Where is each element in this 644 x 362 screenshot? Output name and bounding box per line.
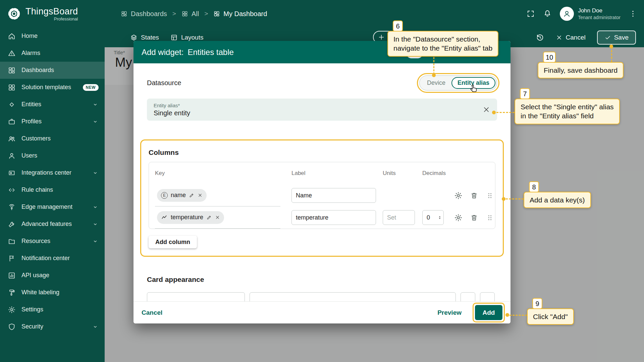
- edit-key-icon[interactable]: [206, 215, 212, 220]
- chevron-down-icon: [92, 238, 99, 245]
- key-chip-temperature[interactable]: temperature: [157, 211, 224, 224]
- sidebar-item-label: Integrations center: [21, 169, 87, 176]
- remove-key-icon[interactable]: [198, 193, 203, 198]
- stepper-arrows-icon[interactable]: [437, 215, 442, 220]
- columns-table: KeyLabelUnitsDecimals Enametemperature: [149, 162, 495, 229]
- column-header-label: Label: [286, 170, 378, 177]
- save-dashboard-label: Save: [614, 34, 629, 41]
- sidebar-item-label: White labeling: [21, 289, 99, 296]
- columns-table-header: KeyLabelUnitsDecimals: [149, 162, 495, 184]
- key-cell: Ename: [155, 184, 280, 206]
- columns-section: Columns KeyLabelUnitsDecimals Enametempe…: [140, 139, 504, 257]
- alarms-icon: [7, 49, 16, 58]
- more-options-icon[interactable]: [629, 9, 637, 18]
- brand-logo[interactable]: ThingsBoard Professional: [0, 0, 105, 27]
- units-input[interactable]: [383, 210, 415, 225]
- close-icon: [556, 34, 562, 41]
- sidebar-item-edge-management[interactable]: Edge management: [0, 198, 105, 216]
- clear-alias-icon[interactable]: [482, 106, 490, 114]
- label-input[interactable]: [291, 188, 376, 203]
- sidebar-item-advanced-features[interactable]: Advanced features: [0, 216, 105, 233]
- cancel-edit-label: Cancel: [566, 34, 586, 41]
- dialog-add-button[interactable]: Add: [475, 305, 502, 320]
- sidebar-item-white-labeling[interactable]: White labeling: [0, 284, 105, 301]
- edge-management-icon: [7, 203, 16, 212]
- callout-text: Finally, save dashboard: [544, 66, 618, 75]
- notifications-bell-icon[interactable]: [543, 9, 552, 18]
- sidebar-item-users[interactable]: Users: [0, 147, 105, 164]
- label-input[interactable]: [291, 210, 376, 225]
- callout-number-7: 7: [520, 88, 530, 99]
- white-labeling-icon: [7, 288, 16, 297]
- layouts-button[interactable]: Layouts: [170, 34, 204, 41]
- breadcrumb-item[interactable]: Dashboards: [121, 10, 167, 18]
- sidebar-item-notification-center[interactable]: Notification center: [0, 250, 105, 267]
- states-icon: [130, 34, 138, 41]
- key-chip-name[interactable]: Ename: [157, 189, 207, 202]
- preview-button[interactable]: Preview: [437, 309, 462, 316]
- sidebar-item-rule-chains[interactable]: Rule chains: [0, 181, 105, 198]
- add-widget-dialog: Add widget: Entities table Datasource De…: [133, 41, 511, 323]
- breadcrumb: Dashboards>All>My Dashboard: [121, 10, 267, 18]
- dialog-cancel-button[interactable]: Cancel: [142, 309, 162, 316]
- breadcrumb-item[interactable]: My Dashboard: [213, 10, 267, 18]
- column-row-name: Ename: [149, 184, 495, 206]
- history-undo-icon[interactable]: [536, 33, 544, 42]
- chevron-down-icon: [92, 204, 99, 210]
- api-usage-icon: [7, 271, 16, 280]
- edit-key-icon[interactable]: [189, 192, 195, 198]
- callout-connector-9: [509, 315, 527, 316]
- chevron-down-icon: [92, 170, 99, 176]
- callout-text: Add a data key(s): [530, 195, 585, 204]
- cancel-edit-button[interactable]: Cancel: [556, 34, 586, 41]
- user-role: Tenant administrator: [578, 15, 621, 20]
- save-dashboard-button[interactable]: Save: [597, 31, 636, 45]
- fullscreen-icon[interactable]: [526, 9, 535, 18]
- user-menu[interactable]: John Doe Tenant administrator: [560, 7, 621, 21]
- callout-7: 7Select the "Single entity" aliasin the …: [515, 99, 620, 124]
- column-settings-gear-icon[interactable]: [454, 214, 463, 222]
- delete-column-icon[interactable]: [470, 214, 478, 222]
- solution-templates-icon: [7, 83, 16, 92]
- security-icon: [7, 322, 16, 331]
- sidebar-item-profiles[interactable]: Profiles: [0, 113, 105, 130]
- sidebar-item-label: Profiles: [21, 118, 87, 125]
- notification-center-icon: [7, 254, 16, 263]
- sidebar-item-label: Entities: [21, 101, 87, 108]
- sidebar-item-entities[interactable]: Entities: [0, 96, 105, 113]
- remove-key-icon[interactable]: [215, 215, 220, 220]
- avatar: [560, 7, 574, 21]
- entities-icon: [7, 100, 16, 109]
- key-cell: temperature: [155, 206, 280, 229]
- sidebar-item-customers[interactable]: Customers: [0, 130, 105, 147]
- delete-column-icon[interactable]: [470, 191, 478, 200]
- sidebar-item-dashboards[interactable]: Dashboards: [0, 62, 105, 79]
- drag-handle-icon[interactable]: [486, 214, 494, 222]
- sidebar-item-home[interactable]: Home: [0, 27, 105, 45]
- entity-alias-field[interactable]: Entity alias* Single entity: [147, 99, 497, 121]
- breadcrumb-item[interactable]: All: [181, 10, 199, 18]
- sidebar-item-alarms[interactable]: Alarms: [0, 45, 105, 62]
- toggle-device[interactable]: Device: [421, 77, 451, 89]
- sidebar-item-label: Security: [21, 323, 87, 330]
- add-column-button[interactable]: Add column: [149, 236, 197, 248]
- drag-handle-icon[interactable]: [486, 191, 494, 200]
- sidebar-item-resources[interactable]: Resources: [0, 233, 105, 250]
- chevron-down-icon: [92, 323, 99, 330]
- sidebar-item-security[interactable]: Security: [0, 318, 105, 335]
- label-cell: [286, 210, 378, 225]
- sidebar-item-settings[interactable]: Settings: [0, 301, 105, 318]
- sidebar-item-solution-templates[interactable]: Solution templatesNEW: [0, 79, 105, 96]
- callout-text: navigate to the "Entity alias" tab: [393, 44, 492, 53]
- sidebar-item-integrations-center[interactable]: Integrations center: [0, 164, 105, 181]
- states-button[interactable]: States: [130, 34, 159, 41]
- chevron-down-icon: [92, 221, 99, 228]
- sidebar-item-label: Dashboards: [21, 67, 99, 74]
- sidebar-item-api-usage[interactable]: API usage: [0, 267, 105, 284]
- callout-connector-7: [496, 112, 515, 113]
- column-row-temperature: temperature: [149, 206, 495, 229]
- column-header-units: Units: [378, 170, 417, 177]
- column-settings-gear-icon[interactable]: [454, 191, 463, 200]
- column-header-key: Key: [155, 170, 286, 177]
- dialog-add-label: Add: [483, 309, 495, 316]
